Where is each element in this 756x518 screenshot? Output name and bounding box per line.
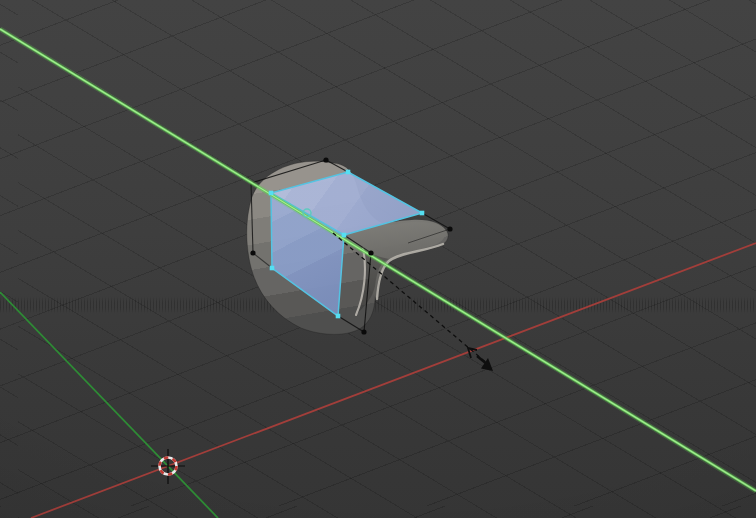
x-axis-line	[31, 243, 756, 518]
y-axis-line	[0, 292, 218, 518]
blender-3d-viewport[interactable]	[0, 0, 756, 518]
viewport-canvas[interactable]	[0, 0, 756, 518]
axis-constraint-line	[0, 29, 756, 491]
drag-arrow-nw	[468, 348, 477, 358]
